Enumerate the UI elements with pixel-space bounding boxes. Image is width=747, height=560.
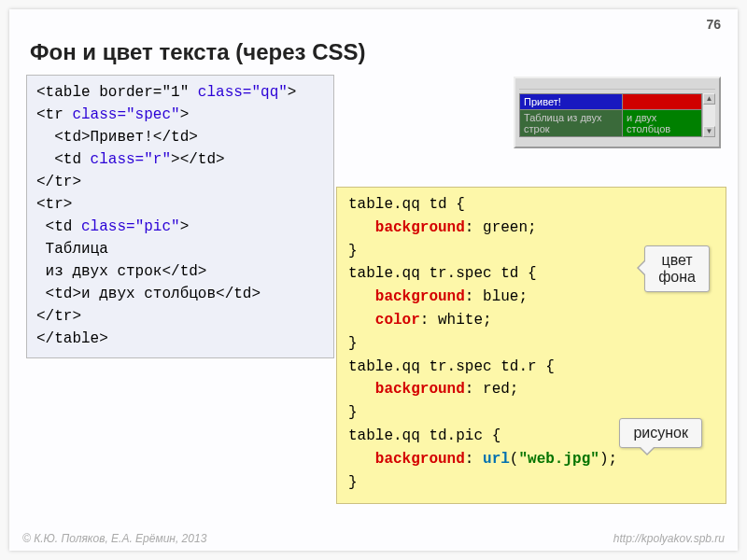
code-line: <td>Привет!</td> [36,129,198,146]
code-line: </tr> [36,174,81,190]
code-line: : [465,451,483,468]
preview-body: Привет! Таблица из двух строк и двух сто… [519,93,715,137]
code-line: <td [36,218,81,235]
code-line: > [180,106,190,123]
slide: 76 Фон и цвет текста (через CSS) <table … [9,9,738,551]
code-line: Таблица [36,241,108,258]
preview-cell-red [623,94,702,110]
code-attr: class="r" [91,151,171,168]
code-line: ); [599,451,617,468]
code-line: <table border="1" [36,84,198,101]
code-line: из двух строк</td> [36,263,206,280]
css-prop: color [348,312,420,329]
css-code-block: table.qq td { background: green; } table… [336,187,726,504]
code-line: ( [510,451,519,468]
footer: © К.Ю. Поляков, Е.А. Ерёмин, 2013 http:/… [22,532,725,545]
code-attr: class="spec" [72,106,179,123]
code-line: <td>и двух столбцов</td> [36,286,261,302]
preview-titlebar [519,82,715,90]
preview-cell-hello: Привет! [520,94,623,110]
footer-url: http://kpolyakov.spb.ru [613,532,725,545]
preview-window: Привет! Таблица из двух строк и двух сто… [514,77,721,148]
code-line: ></td> [171,151,225,168]
code-line: </tr> [36,308,81,325]
css-prop: background [348,451,465,468]
code-line: table.qq td.pic { [348,427,500,444]
css-prop: background [348,219,465,236]
code-line: : green; [465,219,537,236]
code-line: : blue; [465,288,528,305]
code-line: } [348,474,358,491]
code-line: table.qq tr.spec td { [348,265,537,282]
code-attr: class="qq" [198,84,288,101]
code-line: <tr [36,106,72,123]
code-line: <tr> [36,196,72,213]
code-line: : red; [465,381,519,398]
css-string: "web.jpg" [518,451,599,468]
css-prop: background [348,381,465,398]
code-line: } [348,243,358,259]
callout-bg-color: цвет фона [644,245,710,292]
code-line: </table> [36,330,108,347]
css-prop: background [348,288,465,305]
preview-cell-twocols: и двух столбцов [623,110,702,137]
code-line: <td [36,151,91,168]
code-line: > [288,84,297,101]
scroll-up-icon[interactable]: ▲ [703,93,715,105]
code-line: } [348,404,358,421]
slide-title: Фон и цвет текста (через CSS) [30,39,366,65]
code-line: : white; [420,312,492,329]
page-number: 76 [706,17,721,32]
footer-copyright: © К.Ю. Поляков, Е.А. Ерёмин, 2013 [22,532,206,545]
html-code-block: <table border="1" class="qq"> <tr class=… [26,75,334,358]
code-line: table.qq tr.spec td.r { [348,358,555,375]
preview-scrollbar[interactable]: ▲ ▼ [702,93,715,137]
code-line: table.qq td { [348,196,465,213]
preview-cell-tworows: Таблица из двух строк [520,110,623,137]
code-attr: class="pic" [81,218,180,235]
callout-picture: рисунок [619,418,702,448]
css-func: url [483,451,510,468]
code-line: } [348,335,358,352]
preview-table: Привет! Таблица из двух строк и двух сто… [519,93,702,137]
scroll-down-icon[interactable]: ▼ [703,126,715,137]
code-line: > [180,218,190,235]
